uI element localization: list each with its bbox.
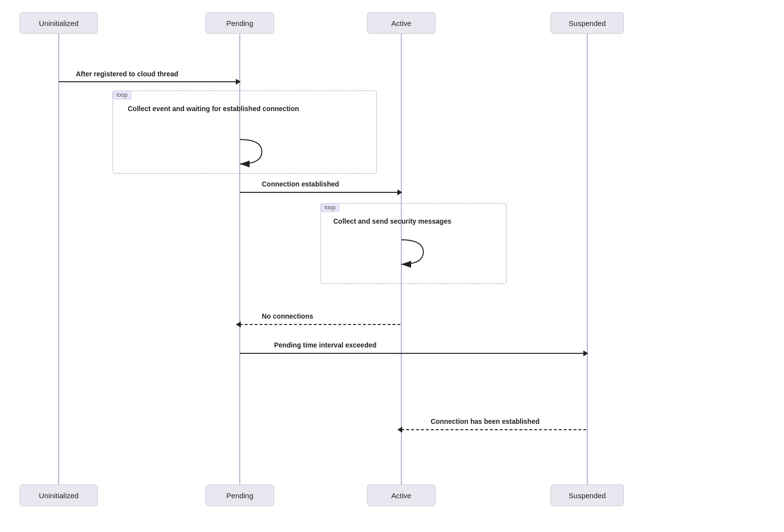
lifeline-box-active-bottom: Active	[367, 485, 436, 506]
loop-label-2: loop	[321, 203, 339, 212]
msg1-arrowhead	[236, 79, 241, 85]
msg2-arrowhead	[397, 189, 402, 195]
lifeline-box-suspended-top: Suspended	[551, 12, 624, 34]
msg5-label: Connection has been established	[431, 417, 540, 425]
loop-label-1: loop	[113, 91, 131, 99]
msg4-line	[240, 353, 586, 354]
msg3-label: No connections	[262, 312, 313, 320]
lifeline-suspended	[587, 34, 588, 485]
loop-inner-text-1: Collect event and waiting for establishe…	[128, 105, 371, 113]
msg5-line	[401, 429, 586, 430]
lifeline-box-uninitialized-top: Uninitialized	[20, 12, 98, 34]
msg4-label: Pending time interval exceeded	[274, 341, 376, 349]
msg1-label: After registered to cloud thread	[76, 70, 178, 78]
msg1-line	[59, 81, 239, 82]
self-arrow-active	[384, 240, 423, 264]
msg3-line	[240, 324, 400, 325]
sequence-diagram: Uninitialized Pending Active Suspended U…	[0, 0, 784, 532]
lifeline-box-pending-bottom: Pending	[206, 485, 274, 506]
lifeline-box-uninitialized-bottom: Uninitialized	[20, 485, 98, 506]
lifeline-box-suspended-bottom: Suspended	[551, 485, 624, 506]
msg4-arrowhead	[583, 350, 588, 356]
lifeline-box-pending-top: Pending	[206, 12, 274, 34]
lifeline-uninitialized	[58, 34, 59, 485]
msg3-arrowhead	[236, 322, 241, 327]
self-arrow-pending	[223, 139, 262, 164]
msg2-label: Connection established	[262, 180, 339, 188]
msg5-arrowhead	[397, 427, 402, 433]
lifeline-box-active-top: Active	[367, 12, 436, 34]
loop-inner-text-2: Collect and send security messages	[333, 217, 501, 225]
msg2-line	[240, 192, 400, 193]
